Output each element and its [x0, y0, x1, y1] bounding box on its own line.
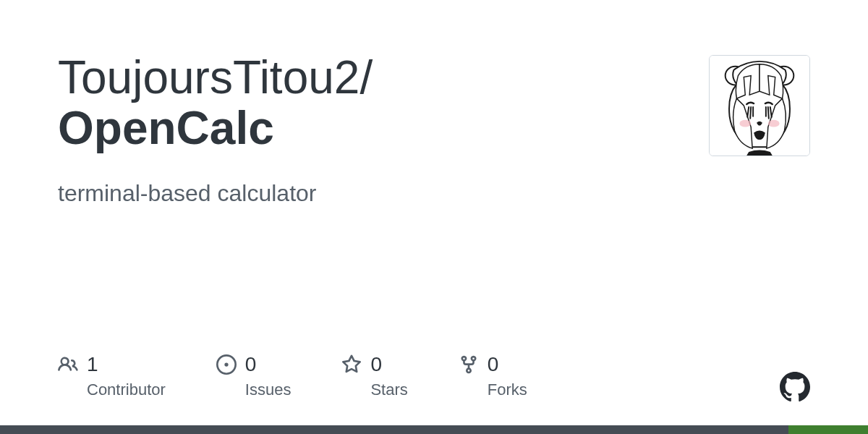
star-icon: [341, 354, 362, 375]
issues-label: Issues: [245, 380, 292, 399]
stat-contributors[interactable]: 1 Contributor: [58, 353, 166, 399]
github-logo-icon[interactable]: [780, 372, 810, 402]
avatar[interactable]: [709, 55, 810, 156]
stars-count: 0: [370, 353, 382, 376]
stat-issues[interactable]: 0 Issues: [216, 353, 292, 399]
issues-count: 0: [245, 353, 257, 376]
contributors-count: 1: [87, 353, 98, 376]
forks-label: Forks: [488, 380, 527, 399]
contributors-label: Contributor: [87, 380, 166, 399]
language-segment: [0, 425, 788, 434]
repo-title-block: ToujoursTitou2/ OpenCalc terminal-based …: [58, 52, 709, 207]
stars-label: Stars: [370, 380, 407, 399]
repo-description: terminal-based calculator: [58, 180, 709, 207]
stat-forks[interactable]: 0 Forks: [459, 353, 527, 399]
fork-icon: [459, 354, 479, 375]
stat-stars[interactable]: 0 Stars: [341, 353, 407, 399]
people-icon: [58, 354, 78, 375]
repo-name[interactable]: OpenCalc: [58, 103, 709, 153]
language-segment: [788, 425, 868, 434]
owner-name[interactable]: ToujoursTitou2/: [58, 52, 709, 103]
svg-point-3: [739, 120, 751, 127]
issue-icon: [216, 354, 237, 375]
svg-point-4: [768, 120, 780, 127]
stats-row: 1 Contributor 0 Issues 0 Stars: [58, 353, 527, 399]
language-bar: [0, 425, 868, 434]
forks-count: 0: [488, 353, 499, 376]
